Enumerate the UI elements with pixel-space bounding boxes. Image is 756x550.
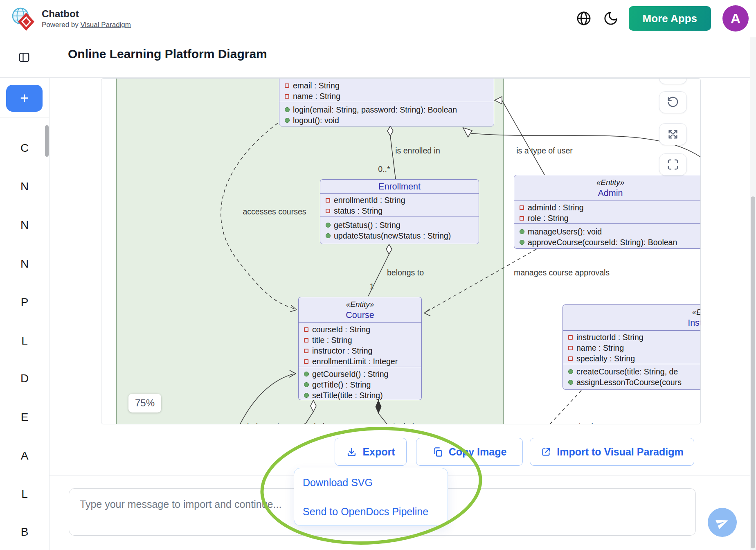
uml-attribute: name : String [563,343,701,353]
edge-belongs-to-bottom [240,374,293,424]
uml-attribute: instructor : String [299,345,421,356]
uml-attribute: email : String [279,80,494,91]
generalization-triangle [495,97,502,104]
powered-by-prefix: Powered by [42,21,81,29]
operation-icon [304,393,309,398]
visual-paradigm-logo-icon [11,5,35,32]
attributes-compartment: instructorId : String name : String spec… [563,330,701,364]
copy-image-button[interactable]: Copy Image [416,438,523,466]
sidebar-item[interactable]: A [0,447,49,465]
uml-operation: logout(): void [279,115,494,126]
canvas-control-clipped-button[interactable] [659,78,687,84]
page-scrollbar-thumb[interactable] [751,196,755,548]
page-scrollbar [750,37,756,550]
attribute-icon [304,338,308,343]
operation-icon [568,380,573,385]
operation-icon [304,382,309,387]
class-title: «Entity» Instructor [563,305,701,330]
class-name: Enrollment [378,181,421,192]
uml-attribute: adminId : String [514,202,701,213]
menu-item-download-svg[interactable]: Download SVG [294,468,448,497]
language-button[interactable] [575,9,593,27]
sidebar-item[interactable]: D [0,370,49,388]
new-chat-button[interactable]: + [6,85,43,112]
attribute-icon [285,83,289,88]
class-instructor[interactable]: «Entity» Instructor instructorId : Strin… [562,304,701,390]
attribute-icon [304,327,308,332]
sidebar-toggle-button[interactable] [16,49,33,66]
uml-attribute: name : String [279,91,494,101]
sidebar-item[interactable]: B [0,523,49,541]
edge-includes-right [378,413,388,424]
uml-operation: getStatus() : String [320,220,479,230]
sidebar-item[interactable]: N [0,178,49,196]
operations-compartment: createCourse(title: String, de assignLes… [563,364,701,390]
sidebar-item[interactable]: C [0,139,49,157]
uml-operation: setTitle(title : String) [299,390,421,401]
dark-mode-button[interactable] [602,9,620,27]
fit-screen-button[interactable] [659,123,687,145]
send-button[interactable] [708,508,737,537]
class-course[interactable]: «Entity» Course courseId : String title … [298,297,422,400]
edge-creates-lessons [549,390,581,424]
attributes-compartment: adminId : String role : String [514,201,701,223]
attributes-compartment: enrollmentId : String status : String [320,193,479,216]
class-stereotype: «Entity» [692,307,701,317]
composition-diamond [376,400,381,413]
attribute-icon [304,359,308,364]
edge-label: is a type of user [516,146,573,156]
reset-view-button[interactable] [659,91,687,113]
globe-icon [576,10,592,27]
edge-label: belongs to [387,268,424,277]
class-admin[interactable]: «Entity» Admin adminId : String role : S… [514,175,701,249]
subheader: Online Learning Platform Diagram [0,37,756,78]
topbar-right: More Apps A [575,5,749,32]
diagram-canvas[interactable]: email : String name : String login(email… [101,78,701,424]
class-title: Enrollment [320,180,479,193]
brand-block: Chatbot Powered by Visual Paradigm [42,8,131,29]
uml-attribute: instructorId : String [563,332,701,343]
class-enrollment[interactable]: Enrollment enrollmentId : String status … [320,179,479,244]
export-menu: Download SVG Send to OpenDocs Pipeline [294,468,448,526]
import-to-visual-paradigm-button[interactable]: Import to Visual Paradigm [530,438,694,466]
paper-plane-icon [714,514,731,531]
sidebar-item[interactable]: N [0,255,49,273]
uml-attribute: specialty : String [563,353,701,364]
sidebar-item[interactable]: L [0,332,49,350]
edge-label: is enrolled in [395,146,440,156]
sidebar-item[interactable]: P [0,293,49,311]
class-title: «Entity» Course [299,297,421,322]
uml-operation: approveCourse(courseId: String): Boolean [514,237,701,248]
visual-paradigm-link[interactable]: Visual Paradigm [81,21,131,29]
class-name: Admin [598,187,623,199]
operation-icon [285,118,290,123]
fullscreen-button[interactable] [659,153,687,176]
sidebar-item[interactable]: L [0,485,49,503]
uml-attribute: enrollmentLimit : Integer [299,356,421,367]
menu-item-send-to-opendocs[interactable]: Send to OpenDocs Pipeline [294,497,448,526]
expand-icon [667,128,679,140]
sidebar-item[interactable]: N [0,216,49,234]
class-name: Course [346,309,374,321]
export-button[interactable]: Export [335,438,407,466]
zoom-level-badge: 75% [128,394,161,412]
edge-label: includes [304,422,333,425]
attribute-icon [568,346,573,350]
powered-by: Powered by Visual Paradigm [42,21,131,29]
rotate-ccw-icon [667,96,679,108]
operations-compartment: manageUsers(): void approveCourse(course… [514,223,701,249]
topbar: Chatbot Powered by Visual Paradigm More … [0,0,756,37]
generalization-triangle [463,128,472,137]
avatar[interactable]: A [722,5,749,32]
more-apps-button[interactable]: More Apps [629,6,711,31]
sidebar-item[interactable]: E [0,408,49,426]
class-user[interactable]: email : String name : String login(email… [279,78,494,126]
app-window: Chatbot Powered by Visual Paradigm More … [0,0,756,550]
edge-admin-generalization [502,100,544,175]
attribute-icon [520,205,524,210]
uml-attribute: enrollmentId : String [320,195,479,205]
sidebar: + C N N N P L D E A L B [0,78,50,550]
aggregation-diamond [310,400,316,412]
edge-label: belongs to [247,422,284,425]
operation-icon [520,229,524,234]
